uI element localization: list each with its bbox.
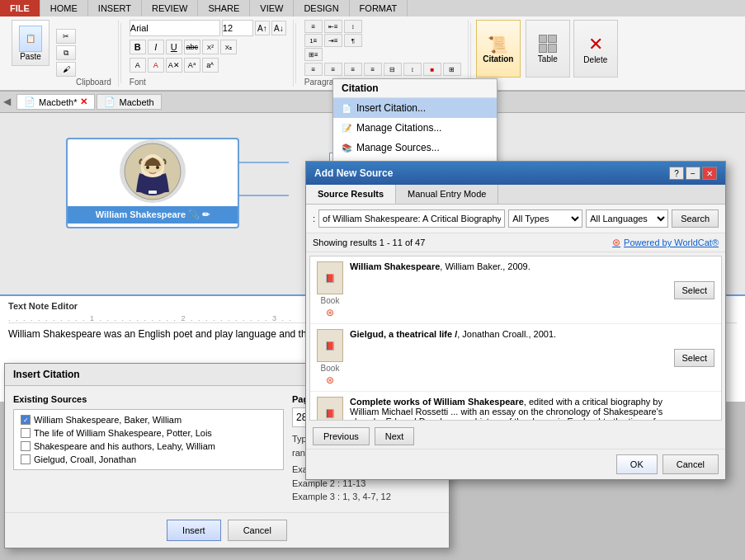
result-2-type: Book (321, 364, 340, 373)
source-checkbox-4[interactable] (21, 454, 31, 464)
ribbon-divider-2 (295, 23, 296, 83)
dialog-tab-source-results[interactable]: Source Results (306, 185, 396, 204)
doc-tab-macbeth-2[interactable]: 📄 Macbeth (97, 94, 161, 110)
shrink-button[interactable]: aᴬ (202, 58, 219, 73)
increase-font-button[interactable]: A↑ (255, 21, 270, 35)
column-button[interactable]: ⊟ (384, 63, 402, 76)
delete-button[interactable]: ✕ Delete (573, 20, 618, 78)
table-section: Table (524, 20, 572, 87)
source-checkbox-2[interactable] (21, 428, 31, 438)
citation-button-label: Citation (483, 54, 513, 64)
source-checkbox-1[interactable]: ✓ (21, 415, 31, 425)
dialog-minimize-button[interactable]: − (686, 167, 700, 180)
manage-sources-icon: 📚 (342, 144, 351, 153)
multilevel-list-button[interactable]: ⊞≡ (304, 48, 323, 61)
tab-view[interactable]: VIEW (250, 0, 294, 16)
font-name-input[interactable] (130, 20, 220, 36)
doc-tab-close-1[interactable]: ✕ (80, 96, 87, 107)
menu-item-manage-sources[interactable]: 📚 Manage Sources... (333, 138, 497, 158)
decrease-indent-button[interactable]: ⇤≡ (324, 20, 342, 33)
result-3-left: 📕 Book (317, 397, 343, 421)
dialog-title-buttons: ? − ✕ (669, 167, 717, 180)
justify-button[interactable]: ≡ (364, 63, 382, 76)
tab-review[interactable]: REVIEW (142, 0, 198, 16)
previous-button[interactable]: Previous (313, 427, 370, 445)
source-item-2[interactable]: The life of William Shakespeare, Potter,… (17, 426, 280, 440)
search-lang-select[interactable]: All Languages (586, 209, 668, 228)
increase-indent-button[interactable]: ⇥≡ (324, 34, 342, 47)
source-item-1[interactable]: ✓ William Shakespeare, Baker, William (17, 413, 280, 426)
tab-design[interactable]: DESIGN (294, 0, 349, 16)
superscript-button[interactable]: X² (202, 40, 219, 54)
clear-format-button[interactable]: A✕ (166, 58, 182, 73)
table-button[interactable]: Table (526, 20, 570, 78)
font-row-3: A A A✕ Aᵃ aᴬ (130, 58, 219, 73)
insert-button[interactable]: Insert (167, 520, 221, 541)
sort-button[interactable]: ↕ (344, 20, 362, 33)
result-2-select-button[interactable]: Select (674, 349, 714, 367)
font-color-button[interactable]: A (148, 58, 164, 73)
decrease-font-button[interactable]: A↓ (271, 21, 286, 35)
search-type-select[interactable]: All Types (508, 209, 582, 228)
tab-nav-left[interactable]: ◀ (3, 96, 17, 109)
source-item-4[interactable]: Gielgud, Croall, Jonathan (17, 453, 280, 466)
result-1-select-button[interactable]: Select (674, 281, 714, 299)
align-buttons: ↕ ¶ (344, 20, 362, 61)
menu-item-manage-citations[interactable]: 📝 Manage Citations... (333, 118, 497, 138)
bold-button[interactable]: B (130, 40, 146, 54)
result-item-2: 📕 Book ⊛ Gielgud, a theatrical life /, J… (310, 324, 721, 392)
search-button[interactable]: Search (672, 209, 719, 228)
result-3-book-icon: 📕 (317, 397, 343, 421)
align-center-button[interactable]: ≡ (324, 63, 342, 76)
menu-item-insert-citation[interactable]: 📄 Insert Citation... (333, 98, 497, 118)
dialog-help-button[interactable]: ? (669, 167, 684, 180)
shakespeare-portrait (120, 139, 186, 203)
insert-citation-footer: Insert Cancel (5, 512, 449, 548)
tab-share[interactable]: SHARE (198, 0, 250, 16)
tab-insert[interactable]: INSERT (88, 0, 142, 16)
fill-color-button[interactable]: ■ (423, 63, 441, 76)
underline-button[interactable]: U (166, 40, 182, 54)
source-item-3[interactable]: Shakespeare and his authors, Leahy, Will… (17, 440, 280, 453)
indent-buttons: ⇤≡ ⇥≡ (324, 20, 342, 61)
list-buttons: ≡ 1≡ ⊞≡ (304, 20, 323, 61)
align-right-button[interactable]: ≡ (344, 63, 362, 76)
insert-citation-icon: 📄 (342, 104, 351, 113)
grow-button[interactable]: Aᵃ (184, 58, 200, 73)
tab-file[interactable]: FILE (0, 0, 40, 16)
tab-format[interactable]: FORMAT (350, 0, 408, 16)
insert-citation-cancel-button[interactable]: Cancel (228, 520, 287, 541)
source-checkbox-3[interactable] (21, 441, 31, 451)
cut-button[interactable]: ✂ (56, 29, 76, 44)
numbered-list-button[interactable]: 1≡ (304, 34, 323, 47)
svg-point-4 (156, 166, 159, 169)
search-input[interactable] (318, 209, 505, 228)
dialog-tabs: Source Results Manual Entry Mode (306, 185, 725, 205)
mindmap-node[interactable]: William Shakespeare 📎 ✏ (66, 138, 239, 228)
bullet-list-button[interactable]: ≡ (304, 20, 323, 33)
citation-button[interactable]: 📜 Citation (476, 20, 521, 78)
dialog-close-button[interactable]: ✕ (702, 167, 717, 180)
tab-home[interactable]: HOME (40, 0, 88, 16)
line-spacing-button[interactable]: ↕ (403, 63, 422, 76)
dialog-tab-manual-entry[interactable]: Manual Entry Mode (396, 185, 498, 204)
font-size-input[interactable] (222, 20, 253, 36)
dialog-cancel-button[interactable]: Cancel (662, 454, 719, 474)
italic-button[interactable]: I (148, 40, 164, 54)
show-marks-button[interactable]: ¶ (344, 34, 362, 47)
paste-button[interactable]: 📋 Paste (12, 20, 50, 66)
align-left-button[interactable]: ≡ (304, 63, 323, 76)
svg-rect-5 (149, 191, 157, 194)
subscript-button[interactable]: X₂ (220, 40, 237, 54)
border-button[interactable]: ⊞ (443, 63, 461, 76)
next-button[interactable]: Next (375, 427, 415, 445)
table-icon (539, 35, 557, 53)
doc-tab-macbeth-active[interactable]: 📄 Macbeth* ✕ (17, 94, 95, 110)
clipboard-group: 📋 Paste ✂ ⧉ 🖌 Clipboard (5, 20, 119, 87)
strikethrough-button[interactable]: abc (184, 40, 200, 54)
worldcat-link[interactable]: ⊛ Powered by WorldCat® (612, 237, 719, 248)
format-painter-button[interactable]: 🖌 (56, 62, 76, 77)
copy-button[interactable]: ⧉ (56, 45, 76, 60)
ok-button[interactable]: OK (616, 454, 658, 474)
highlight-button[interactable]: A (130, 58, 146, 73)
